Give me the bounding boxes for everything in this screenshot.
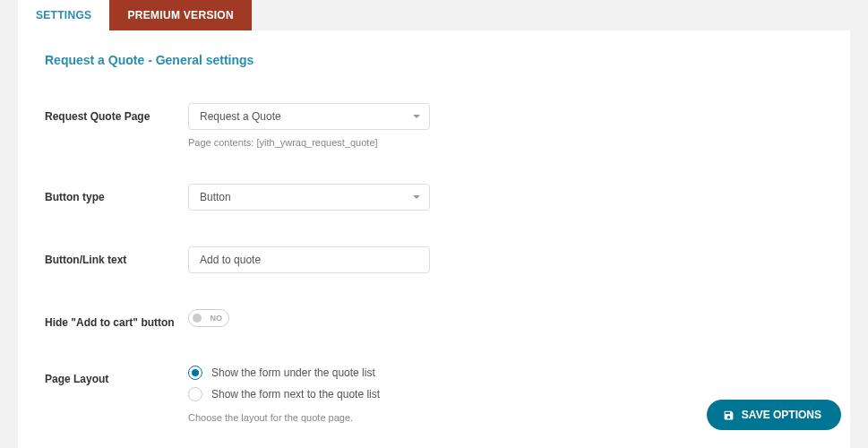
toggle-label: NO [211, 314, 223, 323]
save-button-label: SAVE OPTIONS [742, 409, 821, 421]
save-icon [723, 409, 735, 421]
radio-circle-checked [188, 366, 202, 380]
row-hide-add-to-cart: Hide "Add to cart" button NO [45, 309, 823, 330]
tab-settings[interactable]: SETTINGS [18, 0, 109, 30]
label-request-quote-page: Request Quote Page [45, 103, 188, 123]
tabs: SETTINGS PREMIUM VERSION [18, 0, 850, 30]
label-page-layout: Page Layout [45, 366, 188, 385]
tab-premium[interactable]: PREMIUM VERSION [109, 0, 252, 30]
toggle-knob [193, 314, 202, 323]
label-button-type: Button type [45, 184, 188, 203]
radio-group-page-layout: Show the form under the quote list Show … [188, 366, 546, 401]
row-button-type: Button type Button [45, 184, 823, 211]
select-button-type[interactable]: Button [188, 184, 430, 211]
helper-request-quote-page: Page contents: [yith_ywraq_request_quote… [188, 137, 439, 148]
row-request-quote-page: Request Quote Page Request a Quote Page … [45, 103, 823, 148]
settings-panel: Request a Quote - General settings Reque… [18, 30, 850, 448]
radio-option-under[interactable]: Show the form under the quote list [188, 366, 546, 380]
radio-option-next[interactable]: Show the form next to the quote list [188, 387, 546, 401]
select-request-quote-page[interactable]: Request a Quote [188, 103, 430, 130]
input-button-link-text[interactable] [188, 246, 430, 273]
label-button-link-text: Button/Link text [45, 246, 188, 266]
label-hide-add-to-cart: Hide "Add to cart" button [45, 309, 188, 329]
helper-page-layout: Choose the layout for the quote page. [188, 412, 546, 423]
row-button-link-text: Button/Link text [45, 246, 823, 273]
radio-label-under: Show the form under the quote list [211, 366, 375, 379]
toggle-hide-add-to-cart[interactable]: NO [188, 309, 229, 327]
save-button[interactable]: SAVE OPTIONS [707, 400, 841, 430]
radio-circle-unchecked [188, 387, 202, 401]
radio-label-next: Show the form next to the quote list [211, 388, 380, 401]
page-title: Request a Quote - General settings [45, 53, 823, 67]
